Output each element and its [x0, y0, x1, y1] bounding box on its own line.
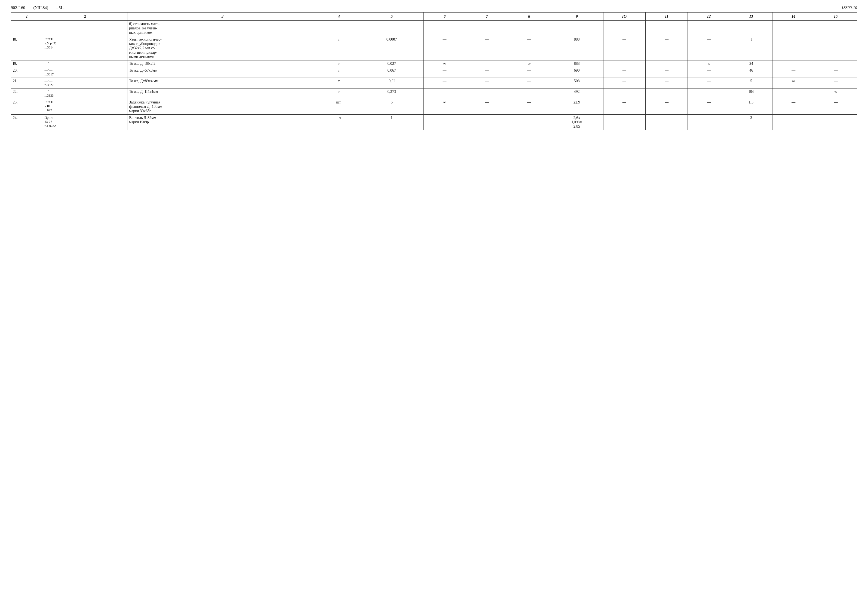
table-cell: т [318, 36, 360, 60]
table-cell: — [423, 115, 466, 130]
table-cell: — [772, 60, 815, 67]
col-header-12: I2 [688, 12, 730, 21]
table-cell [688, 21, 730, 36]
col-header-10: IO [603, 12, 645, 21]
table-cell: — [603, 115, 645, 130]
table-cell: I [730, 36, 772, 60]
table-cell: — [772, 67, 815, 78]
table-cell: — [815, 78, 857, 88]
table-cell: — [815, 67, 857, 78]
table-cell: шт [318, 115, 360, 130]
doc-ref: (УШ.84) [34, 5, 48, 10]
table-cell: ∞ [815, 88, 857, 99]
col-header-15: I5 [815, 12, 857, 21]
table-cell: Узлы технологичес- ких трубопроводов Д=3… [127, 36, 318, 60]
table-cell [815, 21, 857, 36]
table-cell: — [603, 78, 645, 88]
table-cell: — [645, 60, 688, 67]
col-header-9: 9 [550, 12, 603, 21]
table-cell: 0,373 [360, 88, 423, 99]
table-row: 22.—"— п.3333То же, Д=II4х4ммт0,373———49… [11, 88, 857, 99]
table-row: 23.СССЦ ч.Ш п.647Задвижка чугунная фланц… [11, 99, 857, 115]
table-cell: 22. [11, 88, 43, 99]
table-cell: СССЦ ч.У р.IX п.3314 [43, 36, 127, 60]
table-cell [423, 21, 466, 36]
table-cell: ∞ [423, 60, 466, 67]
table-cell: То же, Д=57х3мм [127, 67, 318, 78]
table-cell: — [508, 88, 550, 99]
table-row: б) стоимость мате- риалов, не учтен- ных… [11, 21, 857, 36]
table-row: I8.СССЦ ч.У р.IX п.3314Узлы технологичес… [11, 36, 857, 60]
header-left: 902-I-60 (УШ.84) - 5I - [11, 5, 65, 10]
table-cell: — [423, 36, 466, 60]
table-cell: — [772, 99, 815, 115]
table-cell: СССЦ ч.Ш п.647 [43, 99, 127, 115]
col-header-14: I4 [772, 12, 815, 21]
table-cell: — [815, 99, 857, 115]
table-cell [508, 21, 550, 36]
table-cell [772, 21, 815, 36]
table-cell: I [360, 115, 423, 130]
table-cell: — [466, 78, 508, 88]
table-cell: 2I. [11, 78, 43, 88]
table-cell: — [603, 36, 645, 60]
table-cell: 492 [550, 88, 603, 99]
table-cell: — [466, 36, 508, 60]
table-cell [815, 36, 857, 60]
table-cell: — [645, 88, 688, 99]
table-cell: Пр-нт 23-07 п.I-0232 [43, 115, 127, 130]
table-row: I9.—"—То же, Д=38х2,2т0,027∞—∞888——∞24—— [11, 60, 857, 67]
table-cell: 5 [730, 78, 772, 88]
table-body: б) стоимость мате- риалов, не учтен- ных… [11, 21, 857, 130]
table-cell: 888 [550, 36, 603, 60]
table-cell: т [318, 78, 360, 88]
table-cell [318, 21, 360, 36]
table-cell: — [603, 60, 645, 67]
table-cell: 22,9 [550, 99, 603, 115]
table-cell: — [466, 60, 508, 67]
table-cell: — [688, 88, 730, 99]
table-cell: — [645, 99, 688, 115]
table-cell: т [318, 60, 360, 67]
col-header-6: 6 [423, 12, 466, 21]
table-cell: — [645, 78, 688, 88]
table-cell [466, 21, 508, 36]
doc-page: - 5I - [56, 5, 65, 10]
table-cell: — [423, 67, 466, 78]
table-cell: — [815, 60, 857, 67]
table-cell: 508 [550, 78, 603, 88]
table-cell: I84 [730, 88, 772, 99]
table-cell: Вентиль Д-32мм марки I5ч9р [127, 115, 318, 130]
table-cell: — [423, 88, 466, 99]
table-cell: б) стоимость мате- риалов, не учтен- ных… [127, 21, 318, 36]
table-cell: 24 [730, 60, 772, 67]
table-cell: —"— [43, 60, 127, 67]
table-cell: — [508, 99, 550, 115]
page-header: 902-I-60 (УШ.84) - 5I - 18300-10 [11, 5, 857, 10]
table-cell: 2,6х I,098= 2,85 [550, 115, 603, 130]
table-cell: 888 [550, 60, 603, 67]
table-cell [550, 21, 603, 36]
col-header-8: 8 [508, 12, 550, 21]
table-cell [645, 21, 688, 36]
table-cell: — [645, 36, 688, 60]
table-cell: 0,0I [360, 78, 423, 88]
col-header-3: 3 [127, 12, 318, 21]
table-cell: ∞ [772, 78, 815, 88]
table-cell: — [603, 67, 645, 78]
table-cell: т [318, 88, 360, 99]
table-cell [603, 21, 645, 36]
table-cell: — [466, 115, 508, 130]
table-cell: 5 [360, 99, 423, 115]
table-cell: 3 [730, 115, 772, 130]
table-cell: ∞ [508, 60, 550, 67]
col-header-11: II [645, 12, 688, 21]
table-cell: — [603, 99, 645, 115]
table-row: 20.—"— п.3317То же, Д=57х3ммт0,067———690… [11, 67, 857, 78]
col-header-2: 2 [43, 12, 127, 21]
table-cell [360, 21, 423, 36]
table-row: 2I.—"— п.3327То же, Д=89х4 ммт0,0I———508… [11, 78, 857, 88]
table-cell: II5 [730, 99, 772, 115]
table-cell: 20. [11, 67, 43, 78]
table-cell: 0,027 [360, 60, 423, 67]
